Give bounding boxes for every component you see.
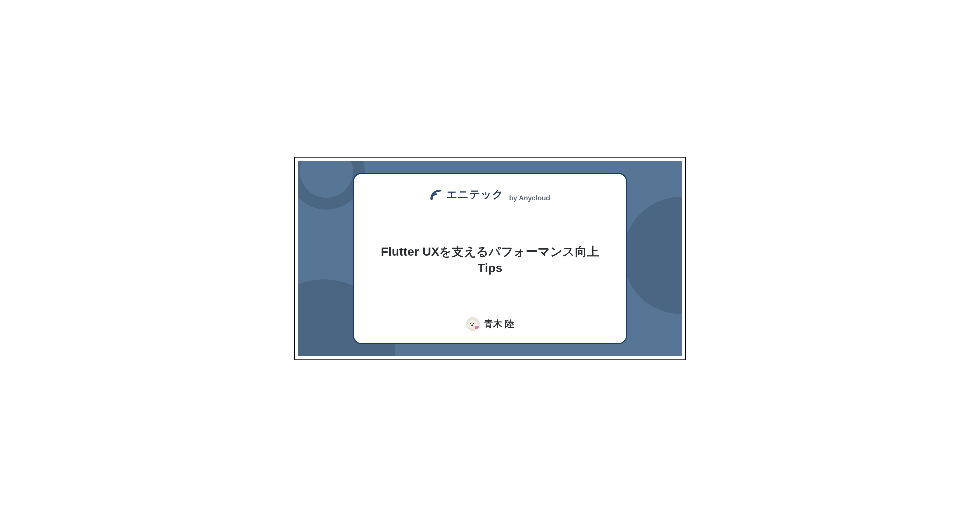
- svg-point-5: [471, 325, 473, 326]
- og-card-frame: エニテック by Anycloud Flutter UXを支えるパフォーマンス向…: [294, 157, 686, 360]
- brand-byline: by Anycloud: [509, 194, 550, 202]
- author-block: 青木 陸: [466, 317, 514, 331]
- svg-rect-7: [475, 325, 479, 326]
- author-name: 青木 陸: [484, 318, 514, 330]
- rss-wave-icon: [430, 189, 442, 200]
- svg-point-3: [470, 323, 471, 324]
- title-container: Flutter UXを支えるパフォーマンス向上Tips: [369, 202, 611, 317]
- author-avatar: [466, 317, 480, 331]
- article-title: Flutter UXを支えるパフォーマンス向上Tips: [369, 243, 611, 276]
- og-card-background: エニテック by Anycloud Flutter UXを支えるパフォーマンス向…: [298, 161, 682, 356]
- brand-header: エニテック by Anycloud: [430, 187, 550, 202]
- content-card: エニテック by Anycloud Flutter UXを支えるパフォーマンス向…: [353, 173, 627, 344]
- decorative-circle-right: [623, 197, 682, 314]
- svg-point-0: [431, 197, 433, 200]
- brand-name: エニテック: [446, 187, 503, 202]
- svg-point-4: [473, 323, 474, 324]
- svg-point-2: [468, 320, 476, 328]
- brand-logo-lockup: エニテック: [430, 187, 503, 202]
